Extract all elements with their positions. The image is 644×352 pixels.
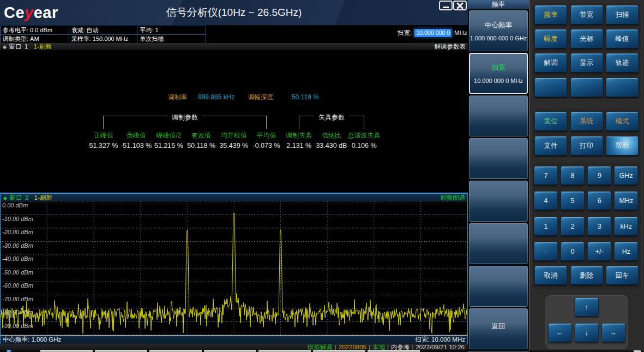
key-扫描[interactable]: 扫描 — [606, 5, 639, 25]
key-帮助[interactable]: 帮助 — [606, 136, 639, 156]
menu-button-中心频率[interactable]: 中心频率1.000 000 000 0 GHz — [469, 10, 528, 51]
menu-button-label: 扫宽 — [492, 63, 505, 73]
demod-col-header: 调制失真 — [286, 130, 312, 140]
key-文件[interactable]: 文件 — [534, 136, 567, 156]
window2-title-bar[interactable]: ◆窗口 21-刷新 射频图谱 — [1, 194, 467, 201]
param-mod-type: 调制类型: AM — [1, 35, 69, 44]
menu-button-blank-4[interactable] — [469, 181, 528, 222]
span-entry: 扫宽: 10.000 000 0 MHz — [398, 27, 467, 38]
key-9[interactable]: 9 — [587, 166, 611, 185]
taskbar-button[interactable] — [368, 350, 420, 352]
main-display-area: Ceyear 信号分析仪(10Hz ~ 26.5GHz) 参考电平: 0.0 d… — [0, 0, 468, 352]
menu-button-blank-6[interactable] — [469, 266, 528, 307]
menu-button-blank-3[interactable] — [469, 138, 528, 179]
key-频率[interactable]: 频率 — [534, 5, 567, 25]
key-+/-[interactable]: +/- — [587, 242, 611, 261]
key-kHz[interactable]: kHz — [614, 217, 638, 236]
key-arrow-right[interactable]: → — [601, 324, 625, 342]
param-attenuation: 衰减: 自动 — [69, 26, 137, 35]
key-4[interactable]: 4 — [534, 192, 558, 210]
front-key-panel: 频率带宽扫描幅度光标峰值解调显示轨迹复位系统模式文件打印帮助789GHz456M… — [529, 0, 644, 352]
key-幅度[interactable]: 幅度 — [534, 29, 567, 49]
center-frequency-readout: 中心频率: 1.000 GHz — [3, 336, 61, 344]
menu-button-blank-5[interactable] — [469, 223, 528, 264]
mod-rate-label: 调制率 — [168, 93, 188, 102]
panel-edge — [529, 0, 530, 352]
menu-button-label: 中心频率 — [485, 21, 512, 30]
demod-col-header: 信纳比 — [322, 130, 341, 140]
taskbar-button[interactable] — [149, 350, 202, 352]
taskbar-button[interactable] — [258, 350, 311, 352]
key-2[interactable]: 2 — [561, 217, 585, 236]
key-光标[interactable]: 光标 — [570, 29, 603, 49]
key-arrow-down[interactable]: ↓ — [575, 324, 599, 342]
window1-name: 窗口 1 — [9, 43, 29, 50]
window2-refresh-status: 1-刷新 — [34, 194, 52, 201]
status-build: 20220805 — [339, 344, 366, 350]
key-带宽[interactable]: 带宽 — [570, 5, 603, 25]
menu-button-返回[interactable]: 返回 — [469, 308, 528, 349]
close-button[interactable] — [453, 1, 467, 10]
menu-button-value: 10.000 000 0 MHz — [474, 77, 523, 84]
key-·[interactable]: · — [534, 242, 558, 261]
key-label: 7 — [544, 172, 548, 180]
demod-col-header: 均方根值 — [221, 130, 247, 140]
key-系统[interactable]: 系统 — [570, 112, 603, 131]
key-0[interactable]: 0 — [561, 242, 585, 261]
key-blank-3-2[interactable] — [606, 78, 639, 97]
menu-button-blank-2[interactable] — [469, 96, 528, 136]
status-bar: 模拟解调|20220805|本地|内参考|2022/09/21 10:26 — [0, 344, 468, 350]
taskbar-button[interactable] — [40, 350, 93, 352]
key-blank-3-0[interactable] — [534, 78, 567, 97]
y-axis-label: -70.00 dBm — [2, 296, 33, 302]
key-label: 光标 — [580, 34, 593, 44]
menu-button-扫宽[interactable]: 扫宽10.000 000 0 MHz — [469, 53, 528, 94]
window1-title-bar[interactable]: ◆窗口 11-刷新 解调参数表 — [0, 43, 468, 50]
key-label: ↑ — [585, 303, 588, 311]
span-entry-input[interactable]: 10.000 000 0 — [414, 28, 452, 38]
key-arrow-up[interactable]: ↑ — [575, 298, 599, 317]
key-模式[interactable]: 模式 — [606, 112, 639, 131]
taskbar-button[interactable] — [95, 350, 147, 352]
taskbar-button[interactable] — [204, 350, 256, 352]
key-回车[interactable]: 回车 — [606, 266, 639, 285]
key-打印[interactable]: 打印 — [570, 136, 603, 156]
span-readout: 扫宽: 10.000 MHz — [416, 336, 465, 344]
key-峰值[interactable]: 峰值 — [606, 29, 639, 49]
parameter-table: 参考电平: 0.0 dBm 衰减: 自动 平均: 1 调制类型: AM 采样率:… — [0, 26, 206, 44]
y-axis-label: -20.00 dBm — [2, 229, 33, 235]
key-6[interactable]: 6 — [587, 192, 611, 210]
taskbar-start-icon[interactable] — [7, 350, 11, 352]
key-label: 0 — [571, 248, 575, 255]
key-label: 3 — [598, 223, 601, 230]
key-label: ↓ — [585, 329, 588, 337]
y-axis-label: -10.00 dBm — [2, 216, 33, 222]
key-label: 复位 — [544, 117, 558, 126]
key-MHz[interactable]: MHz — [614, 192, 638, 210]
key-label: 模式 — [616, 117, 629, 126]
key-删除[interactable]: 删除 — [570, 266, 603, 285]
param-average: 平均: 1 — [137, 26, 206, 35]
key-轨迹[interactable]: 轨迹 — [606, 53, 639, 73]
key-显示[interactable]: 显示 — [570, 53, 603, 73]
mod-depth-label: 调幅深度 — [248, 93, 273, 102]
key-label: ← — [556, 329, 563, 337]
key-8[interactable]: 8 — [561, 166, 585, 185]
key-解调[interactable]: 解调 — [534, 53, 567, 73]
key-GHz[interactable]: GHz — [614, 166, 638, 185]
key-Hz[interactable]: Hz — [614, 242, 638, 261]
key-复位[interactable]: 复位 — [534, 112, 567, 131]
minimize-icon — [443, 7, 449, 8]
key-1[interactable]: 1 — [534, 217, 558, 236]
status-source: 本地 — [372, 344, 385, 350]
key-3[interactable]: 3 — [587, 217, 611, 236]
key-blank-3-1[interactable] — [570, 78, 603, 97]
key-label: 频率 — [544, 10, 558, 20]
status-line: 模拟解调|20220805|本地|内参考|2022/09/21 10:26 — [308, 344, 465, 350]
taskbar-button[interactable] — [313, 350, 365, 352]
key-5[interactable]: 5 — [561, 192, 585, 210]
key-7[interactable]: 7 — [534, 166, 558, 185]
key-arrow-left[interactable]: ← — [548, 324, 572, 342]
minimize-button[interactable] — [439, 1, 453, 10]
key-取消[interactable]: 取消 — [534, 266, 567, 285]
